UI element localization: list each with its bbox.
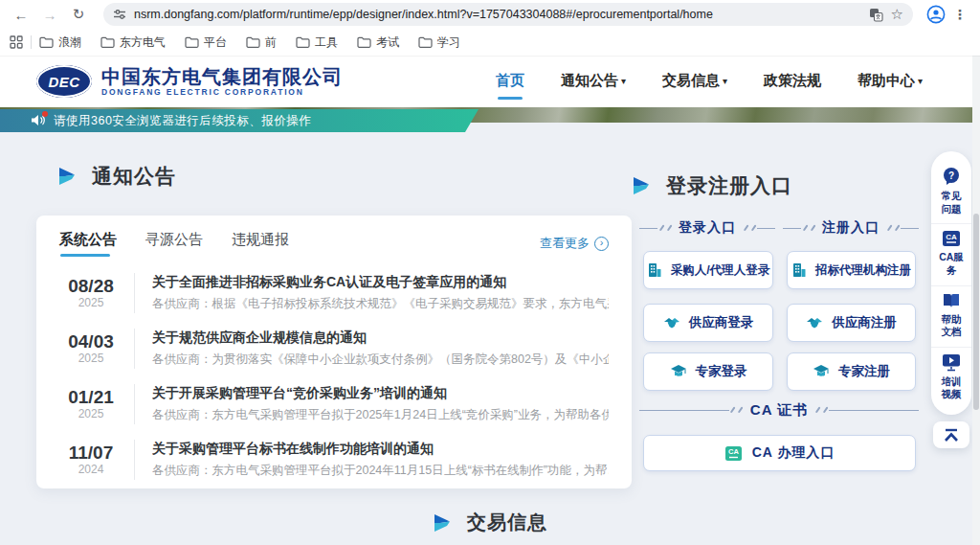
login-group-header: 登录入口: [639, 220, 775, 236]
folder-icon: [100, 36, 115, 48]
divider: [134, 329, 135, 369]
company-logo[interactable]: DEC 中国东方电气集团有限公司 DONGFANG ELECTRIC CORPO…: [36, 65, 343, 98]
back-to-top-icon: [943, 428, 960, 443]
supplier-register-button[interactable]: 供应商注册: [787, 304, 916, 342]
page-scrollbar[interactable]: [972, 56, 980, 545]
notice-summary: 各供应商：东方电气采购管理平台拟于2025年1月24日上线“竞价采购”业务，为帮…: [152, 407, 609, 423]
graduation-cap-icon: [670, 364, 687, 379]
nav-policies[interactable]: 政策法规: [764, 72, 821, 92]
supplier-login-button[interactable]: 供应商登录: [643, 304, 773, 342]
folder-icon: [39, 36, 54, 48]
bookmark-label: 浪潮: [58, 34, 81, 51]
building-icon: [791, 262, 807, 278]
bookmark-label: 考试: [376, 34, 399, 51]
bookmark-folder[interactable]: 前: [246, 34, 277, 51]
section-title: 交易信息: [467, 510, 547, 535]
tab-violation-reports[interactable]: 违规通报: [232, 231, 289, 257]
notice-date: 08/28 2025: [59, 276, 122, 310]
training-videos-shortcut[interactable]: 培训视频: [931, 347, 971, 409]
site-header: DEC 中国东方电气集团有限公司 DONGFANG ELECTRIC CORPO…: [0, 56, 980, 107]
notice-list-item[interactable]: 01/21 2025 关于开展采购管理平台“竞价采购业务”培训的通知 各供应商：…: [59, 376, 609, 431]
notice-title[interactable]: 关于采购管理平台标书在线制作功能培训的通知: [152, 441, 609, 458]
bookmark-star-icon[interactable]: ☆: [891, 6, 903, 23]
quick-access-rail: ? 常见问题 CA CA服务 帮助文档 培训视频: [931, 151, 971, 415]
divider: [134, 273, 135, 313]
chevron-down-icon: ▾: [918, 76, 923, 86]
speaker-icon: [31, 113, 48, 128]
notice-banner-text: 请使用360安全浏览器进行后续投标、报价操作: [54, 113, 311, 129]
divider: [134, 440, 135, 480]
folder-icon: [357, 36, 371, 48]
translate-icon[interactable]: [869, 8, 883, 22]
notice-list-item[interactable]: 04/03 2025 关于规范供应商企业规模信息的通知 各供应商：为贯彻落实《保…: [59, 321, 609, 375]
video-icon: [942, 353, 961, 372]
address-bar[interactable]: nsrm.dongfang.com/platform/runtime/epp/d…: [103, 3, 913, 26]
bookmark-folder[interactable]: 工具: [296, 34, 338, 51]
bidding-agency-register-button[interactable]: 招标代理机构注册: [787, 251, 916, 289]
bookmark-folder[interactable]: 学习: [418, 34, 460, 51]
trade-section-header: 交易信息: [433, 510, 547, 535]
handshake-icon: [806, 316, 823, 330]
notices-card: 系统公告 寻源公告 违规通报 查看更多 › 08/28 2025 关于全面推进非…: [36, 216, 632, 488]
site-settings-icon[interactable]: [113, 8, 126, 21]
url-text[interactable]: nsrm.dongfang.com/platform/runtime/epp/d…: [134, 8, 861, 21]
notice-date: 11/07 2024: [59, 443, 122, 477]
faq-shortcut[interactable]: ? 常见问题: [931, 161, 971, 223]
notice-title[interactable]: 关于全面推进非招标采购业务CA认证及电子签章应用的通知: [152, 274, 609, 291]
company-name-cn: 中国东方电气集团有限公司: [101, 66, 343, 87]
bookmark-label: 平台: [204, 34, 227, 51]
section-arrow-icon: [433, 513, 454, 533]
expert-login-button[interactable]: 专家登录: [643, 352, 773, 391]
apps-grid-icon[interactable]: [10, 35, 23, 49]
tab-system-notices[interactable]: 系统公告: [59, 231, 117, 257]
back-to-top-button[interactable]: [933, 421, 969, 448]
bookmark-folder[interactable]: 浪潮: [39, 34, 81, 51]
question-icon: ?: [942, 167, 961, 186]
profile-avatar[interactable]: [926, 5, 946, 24]
tab-sourcing-notices[interactable]: 寻源公告: [145, 231, 203, 257]
bookmark-folder[interactable]: 东方电气: [100, 34, 166, 51]
buyer-agent-login-button[interactable]: 采购人/代理人登录: [643, 251, 773, 289]
folder-icon: [246, 36, 260, 48]
reload-icon[interactable]: ↻: [67, 3, 90, 26]
svg-text:CA: CA: [728, 447, 739, 456]
login-section-header: 登录注册入口: [632, 172, 792, 199]
dec-logo-icon: DEC: [36, 65, 92, 98]
notice-title[interactable]: 关于开展采购管理平台“竞价采购业务”培训的通知: [152, 385, 609, 402]
bookmark-folder[interactable]: 平台: [185, 34, 227, 51]
chevron-down-icon: ▾: [621, 76, 626, 86]
back-icon[interactable]: ←: [10, 3, 33, 26]
nav-trade-info[interactable]: 交易信息▾: [662, 72, 727, 92]
section-title: 通知公告: [92, 163, 176, 190]
bookmark-folder[interactable]: 考试: [357, 34, 399, 51]
notice-summary: 各供应商：东方电气采购管理平台拟于2024年11月15日上线“标书在线制作”功能…: [152, 463, 609, 479]
nav-home[interactable]: 首页: [496, 72, 524, 92]
forward-icon[interactable]: →: [38, 3, 61, 26]
divider: [134, 384, 135, 424]
browser-menu-icon[interactable]: ⋮: [949, 7, 970, 22]
notice-summary: 各供应商：根据《电子招标投标系统技术规范》《电子采购交易规范》要求，东方电气采购…: [152, 296, 609, 312]
folder-icon: [185, 36, 199, 48]
company-name-en: DONGFANG ELECTRIC CORPORATION: [101, 87, 343, 97]
scrollbar-thumb[interactable]: [973, 214, 979, 410]
notice-list-item[interactable]: 11/07 2024 关于采购管理平台标书在线制作功能培训的通知 各供应商：东方…: [59, 432, 609, 487]
folder-icon: [296, 36, 310, 48]
ca-apply-button[interactable]: CA CA 办理入口: [643, 435, 916, 471]
section-title: 登录注册入口: [666, 172, 792, 199]
expert-register-button[interactable]: 专家注册: [787, 352, 916, 391]
nav-notices[interactable]: 通知公告▾: [561, 72, 626, 92]
bookmark-label: 前: [265, 34, 277, 51]
notice-date: 01/21 2025: [59, 387, 122, 421]
bookmarks-bar: 浪潮 东方电气 平台 前 工具 考试 学习: [0, 29, 980, 56]
folder-icon: [418, 36, 433, 48]
ca-service-shortcut[interactable]: CA CA服务: [931, 223, 971, 284]
notice-title[interactable]: 关于规范供应商企业规模信息的通知: [152, 329, 609, 347]
ca-group-header: CA 证书: [639, 402, 919, 418]
view-more-link[interactable]: 查看更多 ›: [540, 235, 609, 252]
notice-list-item[interactable]: 08/28 2025 关于全面推进非招标采购业务CA认证及电子签章应用的通知 各…: [59, 265, 609, 320]
browser-notice-banner: 请使用360安全浏览器进行后续投标、报价操作: [0, 109, 479, 132]
notices-tabbar: 系统公告 寻源公告 违规通报 查看更多 ›: [59, 229, 609, 258]
nav-help-center[interactable]: 帮助中心▾: [858, 72, 923, 92]
bookmarks-separator: [31, 35, 32, 49]
help-docs-shortcut[interactable]: 帮助文档: [931, 285, 971, 347]
